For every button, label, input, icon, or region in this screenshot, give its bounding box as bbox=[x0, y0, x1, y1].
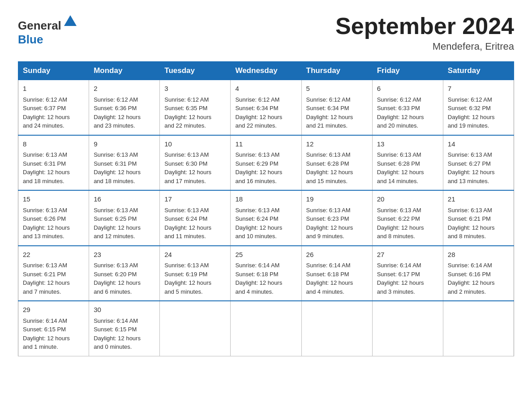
day-info: Sunrise: 6:13 AMSunset: 6:21 PMDaylight:… bbox=[448, 207, 495, 240]
day-info: Sunrise: 6:14 AMSunset: 6:15 PMDaylight:… bbox=[23, 317, 70, 351]
day-number: 18 bbox=[235, 194, 296, 205]
calendar-cell: 12 Sunrise: 6:13 AMSunset: 6:28 PMDaylig… bbox=[301, 135, 372, 191]
col-monday: Monday bbox=[89, 62, 160, 80]
calendar-cell bbox=[443, 301, 514, 356]
day-info: Sunrise: 6:14 AMSunset: 6:15 PMDaylight:… bbox=[94, 317, 141, 351]
day-number: 12 bbox=[306, 139, 368, 150]
day-number: 19 bbox=[306, 194, 368, 205]
day-number: 26 bbox=[306, 250, 368, 260]
calendar-header-row: Sunday Monday Tuesday Wednesday Thursday… bbox=[18, 62, 514, 80]
calendar-cell: 22 Sunrise: 6:13 AMSunset: 6:21 PMDaylig… bbox=[18, 246, 89, 301]
calendar-cell: 16 Sunrise: 6:13 AMSunset: 6:25 PMDaylig… bbox=[89, 190, 160, 246]
calendar-cell: 7 Sunrise: 6:12 AMSunset: 6:32 PMDayligh… bbox=[443, 80, 514, 135]
day-number: 27 bbox=[377, 250, 438, 260]
day-number: 4 bbox=[235, 84, 296, 94]
day-info: Sunrise: 6:14 AMSunset: 6:18 PMDaylight:… bbox=[306, 262, 353, 295]
logo-icon bbox=[62, 13, 78, 30]
col-sunday: Sunday bbox=[18, 62, 89, 80]
calendar-cell: 1 Sunrise: 6:12 AMSunset: 6:37 PMDayligh… bbox=[18, 80, 89, 135]
calendar-cell: 19 Sunrise: 6:13 AMSunset: 6:23 PMDaylig… bbox=[301, 190, 372, 246]
logo: General Blue bbox=[18, 13, 79, 47]
calendar-cell: 2 Sunrise: 6:12 AMSunset: 6:36 PMDayligh… bbox=[89, 80, 160, 135]
page-header: General Blue September 2024 Mendefera, E… bbox=[18, 13, 514, 52]
calendar-cell: 9 Sunrise: 6:13 AMSunset: 6:31 PMDayligh… bbox=[89, 135, 160, 191]
day-info: Sunrise: 6:12 AMSunset: 6:34 PMDaylight:… bbox=[235, 96, 282, 129]
day-info: Sunrise: 6:13 AMSunset: 6:20 PMDaylight:… bbox=[94, 262, 141, 295]
day-info: Sunrise: 6:13 AMSunset: 6:31 PMDaylight:… bbox=[94, 151, 141, 184]
col-friday: Friday bbox=[372, 62, 443, 80]
day-number: 17 bbox=[164, 194, 226, 205]
calendar-cell: 6 Sunrise: 6:12 AMSunset: 6:33 PMDayligh… bbox=[372, 80, 443, 135]
day-number: 15 bbox=[23, 194, 84, 205]
day-info: Sunrise: 6:13 AMSunset: 6:25 PMDaylight:… bbox=[94, 207, 141, 240]
calendar-cell: 25 Sunrise: 6:14 AMSunset: 6:18 PMDaylig… bbox=[231, 246, 301, 301]
day-info: Sunrise: 6:12 AMSunset: 6:35 PMDaylight:… bbox=[164, 96, 211, 129]
day-number: 13 bbox=[377, 139, 438, 150]
day-number: 7 bbox=[448, 84, 509, 94]
calendar-cell bbox=[160, 301, 231, 356]
calendar-cell: 8 Sunrise: 6:13 AMSunset: 6:31 PMDayligh… bbox=[18, 135, 89, 191]
calendar-cell bbox=[301, 301, 372, 356]
calendar-cell: 10 Sunrise: 6:13 AMSunset: 6:30 PMDaylig… bbox=[160, 135, 231, 191]
day-number: 5 bbox=[306, 84, 368, 94]
day-number: 28 bbox=[448, 250, 509, 260]
calendar-cell: 28 Sunrise: 6:14 AMSunset: 6:16 PMDaylig… bbox=[443, 246, 514, 301]
day-number: 21 bbox=[448, 194, 509, 205]
day-number: 10 bbox=[164, 139, 226, 150]
calendar-cell: 24 Sunrise: 6:13 AMSunset: 6:19 PMDaylig… bbox=[160, 246, 231, 301]
day-info: Sunrise: 6:13 AMSunset: 6:28 PMDaylight:… bbox=[306, 151, 353, 184]
day-info: Sunrise: 6:14 AMSunset: 6:18 PMDaylight:… bbox=[235, 262, 282, 295]
day-number: 20 bbox=[377, 194, 438, 205]
col-wednesday: Wednesday bbox=[231, 62, 301, 80]
day-info: Sunrise: 6:12 AMSunset: 6:33 PMDaylight:… bbox=[377, 96, 424, 129]
day-info: Sunrise: 6:12 AMSunset: 6:37 PMDaylight:… bbox=[23, 96, 70, 129]
day-number: 2 bbox=[94, 84, 155, 94]
day-info: Sunrise: 6:13 AMSunset: 6:27 PMDaylight:… bbox=[448, 151, 495, 184]
day-info: Sunrise: 6:12 AMSunset: 6:34 PMDaylight:… bbox=[306, 96, 353, 129]
day-number: 24 bbox=[164, 250, 226, 260]
calendar-cell: 27 Sunrise: 6:14 AMSunset: 6:17 PMDaylig… bbox=[372, 246, 443, 301]
calendar-cell: 17 Sunrise: 6:13 AMSunset: 6:24 PMDaylig… bbox=[160, 190, 231, 246]
logo-blue: Blue bbox=[18, 33, 43, 46]
day-info: Sunrise: 6:14 AMSunset: 6:16 PMDaylight:… bbox=[448, 262, 495, 295]
logo-text: General Blue bbox=[18, 13, 79, 47]
day-number: 1 bbox=[23, 84, 84, 94]
day-info: Sunrise: 6:13 AMSunset: 6:23 PMDaylight:… bbox=[306, 207, 353, 240]
calendar-cell bbox=[231, 301, 301, 356]
calendar-cell: 11 Sunrise: 6:13 AMSunset: 6:29 PMDaylig… bbox=[231, 135, 301, 191]
day-info: Sunrise: 6:13 AMSunset: 6:31 PMDaylight:… bbox=[23, 151, 70, 184]
day-info: Sunrise: 6:13 AMSunset: 6:30 PMDaylight:… bbox=[164, 151, 211, 184]
day-info: Sunrise: 6:13 AMSunset: 6:29 PMDaylight:… bbox=[235, 151, 282, 184]
day-number: 29 bbox=[23, 305, 84, 315]
day-number: 3 bbox=[164, 84, 226, 94]
col-tuesday: Tuesday bbox=[160, 62, 231, 80]
calendar-cell: 14 Sunrise: 6:13 AMSunset: 6:27 PMDaylig… bbox=[443, 135, 514, 191]
calendar-cell: 20 Sunrise: 6:13 AMSunset: 6:22 PMDaylig… bbox=[372, 190, 443, 246]
day-info: Sunrise: 6:13 AMSunset: 6:24 PMDaylight:… bbox=[235, 207, 282, 240]
day-number: 23 bbox=[94, 250, 155, 260]
day-number: 22 bbox=[23, 250, 84, 260]
location: Mendefera, Eritrea bbox=[335, 41, 514, 52]
calendar-cell: 26 Sunrise: 6:14 AMSunset: 6:18 PMDaylig… bbox=[301, 246, 372, 301]
col-saturday: Saturday bbox=[443, 62, 514, 80]
day-number: 11 bbox=[235, 139, 296, 150]
day-info: Sunrise: 6:13 AMSunset: 6:22 PMDaylight:… bbox=[377, 207, 424, 240]
calendar-cell: 4 Sunrise: 6:12 AMSunset: 6:34 PMDayligh… bbox=[231, 80, 301, 135]
day-info: Sunrise: 6:12 AMSunset: 6:36 PMDaylight:… bbox=[94, 96, 141, 129]
day-info: Sunrise: 6:13 AMSunset: 6:26 PMDaylight:… bbox=[23, 207, 70, 240]
calendar-cell: 23 Sunrise: 6:13 AMSunset: 6:20 PMDaylig… bbox=[89, 246, 160, 301]
day-info: Sunrise: 6:13 AMSunset: 6:19 PMDaylight:… bbox=[164, 262, 211, 295]
calendar-cell: 30 Sunrise: 6:14 AMSunset: 6:15 PMDaylig… bbox=[89, 301, 160, 356]
calendar-cell: 13 Sunrise: 6:13 AMSunset: 6:28 PMDaylig… bbox=[372, 135, 443, 191]
day-number: 30 bbox=[94, 305, 155, 315]
col-thursday: Thursday bbox=[301, 62, 372, 80]
day-number: 9 bbox=[94, 139, 155, 150]
day-number: 16 bbox=[94, 194, 155, 205]
calendar-cell: 3 Sunrise: 6:12 AMSunset: 6:35 PMDayligh… bbox=[160, 80, 231, 135]
calendar-cell: 29 Sunrise: 6:14 AMSunset: 6:15 PMDaylig… bbox=[18, 301, 89, 356]
title-block: September 2024 Mendefera, Eritrea bbox=[335, 13, 514, 52]
calendar-cell bbox=[372, 301, 443, 356]
day-number: 25 bbox=[235, 250, 296, 260]
day-info: Sunrise: 6:13 AMSunset: 6:28 PMDaylight:… bbox=[377, 151, 424, 184]
day-number: 6 bbox=[377, 84, 438, 94]
